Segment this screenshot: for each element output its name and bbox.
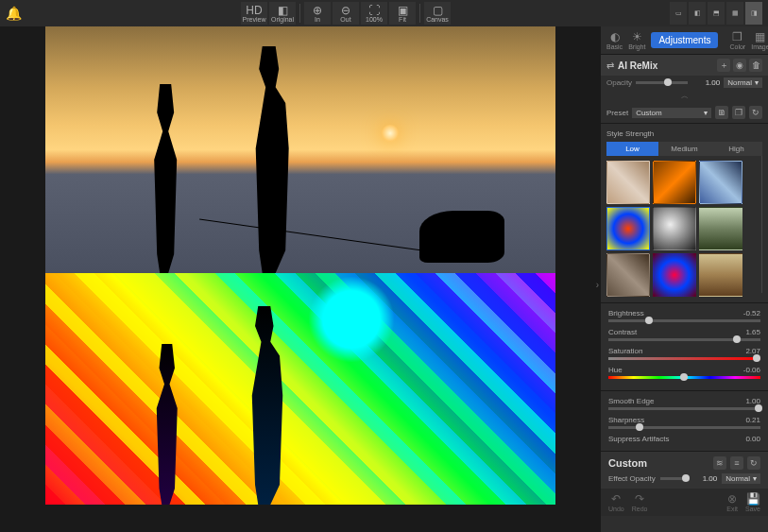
style-thumb-3[interactable]	[699, 161, 742, 204]
layout-split-v-button[interactable]: ⬒	[708, 2, 725, 25]
contrast-label: Contrast	[608, 328, 637, 336]
tab-color[interactable]: ❐Color	[729, 30, 745, 50]
canvas-button[interactable]: ▢Canvas	[424, 2, 451, 25]
redo-button[interactable]: ↷Redo	[632, 492, 648, 512]
smooth-edge-label: Smooth Edge	[608, 397, 654, 405]
suppress-label: Suppress Artifacts	[608, 435, 669, 443]
strength-low-tab[interactable]: Low	[606, 142, 658, 156]
contrast-value: 1.65	[745, 328, 760, 336]
layout-quad-button[interactable]: ▦	[726, 2, 743, 25]
tab-basic[interactable]: ◐Basic	[606, 30, 623, 50]
tab-image[interactable]: ▦Image	[751, 30, 768, 50]
save-button[interactable]: 💾Save	[745, 492, 760, 512]
expand-handle-icon[interactable]: ›	[596, 280, 599, 290]
brightness-value: -0.52	[743, 309, 760, 317]
preview-button[interactable]: HDPreview	[241, 2, 267, 25]
collapse-icon[interactable]: ︿	[601, 90, 768, 102]
zoom-in-button[interactable]: ⊕In	[304, 2, 331, 25]
original-image	[45, 26, 555, 273]
original-button[interactable]: ◧Original	[269, 2, 296, 25]
preset-reset-button[interactable]: ↻	[749, 106, 762, 119]
custom-title: Custom	[608, 457, 647, 469]
sharpness-value: 0.21	[745, 416, 760, 424]
preset-label: Preset	[606, 109, 628, 117]
style-thumb-7[interactable]	[606, 253, 650, 297]
blend-mode-select[interactable]: Normal▾	[724, 77, 762, 88]
style-thumb-1[interactable]	[606, 161, 650, 204]
zoom-out-button[interactable]: ⊖Out	[333, 2, 359, 25]
image-viewport[interactable]: ›	[0, 26, 601, 532]
style-thumb-2[interactable]	[653, 161, 696, 204]
preset-select[interactable]: Custom▾	[632, 108, 711, 118]
style-thumb-4[interactable]	[606, 207, 650, 250]
custom-settings-icon[interactable]: ≋	[713, 456, 726, 470]
sharpness-slider[interactable]	[608, 426, 760, 429]
opacity-label: Opacity	[606, 78, 632, 87]
suppress-value: 0.00	[745, 435, 760, 443]
brightness-label: Brightness	[608, 309, 644, 317]
thumbs-scrollbar[interactable]	[761, 156, 762, 293]
contrast-slider[interactable]	[608, 338, 760, 341]
effect-icon: ⇄	[606, 60, 614, 71]
preset-save-button[interactable]: 🗎	[715, 106, 728, 119]
layout-split-h-button[interactable]: ◧	[689, 2, 706, 25]
tab-bright[interactable]: ☀Bright	[628, 30, 645, 50]
delete-effect-button[interactable]: 🗑	[749, 59, 762, 72]
custom-menu-icon[interactable]: ≡	[730, 456, 743, 470]
layout-dual-button[interactable]: ◨	[745, 2, 762, 25]
style-thumb-9[interactable]	[699, 253, 742, 297]
hue-slider[interactable]	[608, 376, 760, 379]
custom-reset-icon[interactable]: ↻	[747, 456, 760, 470]
preset-copy-button[interactable]: ❐	[732, 106, 745, 119]
style-strength-label: Style Strength	[606, 129, 762, 138]
remix-image	[45, 273, 555, 505]
effect-opacity-label: Effect Opacity	[608, 474, 656, 483]
undo-button[interactable]: ↶Undo	[608, 492, 624, 512]
saturation-slider[interactable]	[608, 357, 760, 360]
opacity-slider[interactable]	[636, 81, 688, 84]
zoom-100-button[interactable]: ⛶100%	[361, 2, 387, 25]
hue-value: -0.06	[743, 366, 760, 374]
effect-opacity-value: 1.00	[689, 474, 717, 483]
style-thumb-8[interactable]	[653, 253, 696, 297]
effect-title: AI ReMix	[618, 60, 657, 71]
add-effect-button[interactable]: ＋	[717, 59, 730, 72]
exit-button[interactable]: ⊗Exit	[726, 492, 738, 512]
notifications-icon[interactable]: 🔔	[6, 6, 22, 21]
smooth-edge-slider[interactable]	[608, 407, 760, 410]
sidebar: ◐Basic ☀Bright Adjustments ❐Color ▦Image…	[601, 26, 768, 532]
brightness-slider[interactable]	[608, 319, 760, 322]
fit-button[interactable]: ▣Fit	[389, 2, 416, 25]
opacity-value: 1.00	[691, 78, 720, 87]
style-thumb-5[interactable]	[653, 207, 696, 250]
tab-adjustments[interactable]: Adjustments	[651, 32, 718, 48]
toggle-visibility-button[interactable]: ◉	[733, 59, 746, 72]
saturation-label: Saturation	[608, 347, 642, 355]
effect-opacity-slider[interactable]	[660, 477, 685, 480]
strength-medium-tab[interactable]: Medium	[658, 142, 710, 156]
strength-high-tab[interactable]: High	[710, 142, 762, 156]
style-thumb-6[interactable]	[699, 207, 742, 250]
layout-single-button[interactable]: ▭	[670, 2, 687, 25]
effect-blend-select[interactable]: Normal▾	[722, 473, 760, 484]
hue-label: Hue	[608, 366, 623, 374]
